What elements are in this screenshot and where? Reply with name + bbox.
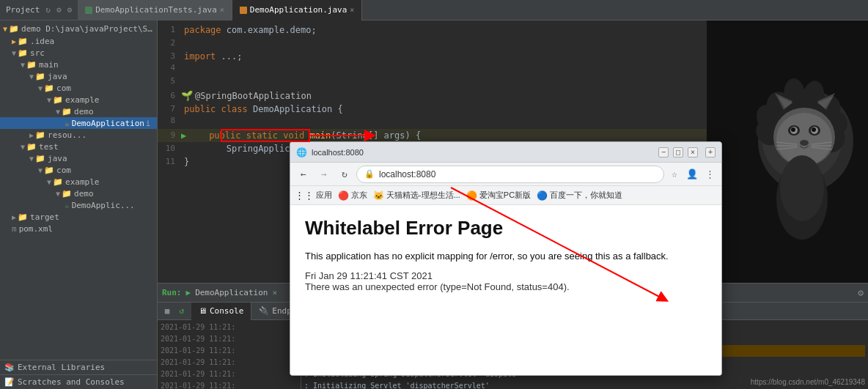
browser-bookmarks-bar: ⋮⋮ 应用 🔴 京东 🐱 天猫精选-理想生活... 🟠 爱淘宝PC新版 — [290, 186, 721, 205]
tree-item-demo-root[interactable]: ▼ 📁 demo D:\java\javaProject\SpringBoot\… — [0, 22, 157, 35]
tree-item-test-example[interactable]: ▼ 📁 example — [0, 176, 157, 188]
tab-demo-application[interactable]: DemoApplication.java × — [232, 0, 362, 21]
tree-item-src[interactable]: ▼ 📁 src — [0, 47, 157, 59]
browser-window: 🌐 localhost:8080 − □ × + ← → ↻ 🔒 localho… — [290, 141, 722, 376]
browser-titlebar: 🌐 localhost:8080 − □ × + — [290, 142, 721, 163]
sidebar-external-libraries[interactable]: 📚 External Libraries — [0, 360, 157, 374]
tree-item-pom[interactable]: m pom.xml — [0, 223, 157, 234]
tree-label-java: java — [48, 72, 67, 81]
console-controls: ■ ↺ — [158, 305, 191, 318]
error-page-msg: There was an unexpected error (type=Not … — [305, 281, 707, 292]
line-7: public class DemoApplication { — [181, 103, 343, 116]
line-11: } — [181, 155, 189, 168]
tree-item-test-java[interactable]: ▼ 📁 java — [0, 152, 157, 164]
browser-account-icon[interactable]: 👤 — [685, 167, 699, 182]
browser-back-button[interactable]: ← — [295, 166, 312, 183]
tree-item-example[interactable]: ▼ 📁 example — [0, 94, 157, 105]
tree-item-demo-application[interactable]: ☕ DemoApplication i — [0, 117, 157, 129]
run-app-name: DemoApplication — [195, 288, 268, 297]
project-label[interactable]: Project — [6, 5, 40, 15]
console-tab-console[interactable]: 🖥 Console — [191, 303, 251, 320]
browser-toolbar: ← → ↻ 🔒 localhost:8080 ☆ 👤 ⋮ — [290, 163, 721, 186]
tree-item-com[interactable]: ▼ 📁 com — [0, 82, 157, 94]
run-icon-play[interactable]: ▶ — [186, 288, 191, 297]
toolbar-icon-settings[interactable]: ⚙ — [56, 5, 62, 15]
line-num-10: 10 — [158, 142, 181, 155]
tree-label-test-demo: demo — [74, 189, 94, 199]
line-num-7: 7 — [158, 103, 181, 116]
line-1: package com.example.demo; — [181, 23, 317, 37]
tree-label-demo-folder: demo — [74, 107, 94, 116]
tab-close-main[interactable]: × — [350, 6, 354, 14]
sidebar-scratches-consoles[interactable]: 📝 Scratches and Consoles — [0, 374, 157, 389]
tree-label-main: main — [39, 60, 59, 70]
run-close[interactable]: × — [272, 288, 277, 297]
tree-item-main[interactable]: ▼ 📁 main — [0, 59, 157, 70]
tab-demo-application-tests[interactable]: DemoApplicationTests.java × — [78, 0, 232, 21]
tree-item-demo-applic[interactable]: ☕ DemoApplic... — [0, 199, 157, 211]
browser-reload-button[interactable]: ↻ — [336, 166, 353, 183]
tree-label-demo-application: DemoApplication — [72, 119, 144, 128]
tree-item-demo-folder[interactable]: ▼ 📁 demo — [0, 105, 157, 117]
line-num-6: 6 — [158, 89, 181, 103]
tab-icon-tests — [85, 7, 92, 14]
browser-forward-button[interactable]: → — [315, 166, 333, 183]
svg-point-19 — [800, 140, 809, 146]
browser-url: localhost:8080 — [379, 169, 435, 179]
line-num-1: 1 — [158, 23, 181, 37]
toolbar-icon-sync[interactable]: ↻ — [45, 5, 51, 15]
tree-label-resou: resou... — [48, 130, 87, 140]
tree-item-test-demo[interactable]: ▼ 📁 demo — [0, 188, 157, 199]
tree-label-demo-root: demo D:\java\javaProject\SpringBoot\... — [21, 24, 154, 34]
console-stop-button[interactable]: ■ — [161, 305, 174, 318]
console-line-2: 2021-01-29 11:21: — [161, 333, 298, 345]
tree-label-src: src — [30, 48, 45, 58]
browser-new-tab-button[interactable]: + — [705, 147, 716, 158]
tree-item-resou[interactable]: ▶ 📁 resou... — [0, 129, 157, 141]
tab-label-main: DemoApplication.java — [250, 5, 347, 15]
browser-minimize-button[interactable]: − — [658, 147, 669, 158]
browser-menu-icon[interactable]: ⋮ — [702, 167, 717, 182]
lion-image — [707, 21, 868, 283]
run-icon-9[interactable]: ▶ — [181, 129, 186, 142]
lion-svg — [710, 45, 864, 258]
tree-label-test: test — [39, 142, 59, 152]
tree-label-test-example: example — [65, 177, 99, 187]
console-rerun-button[interactable]: ↺ — [175, 305, 188, 318]
bookmark-tianmao[interactable]: 🐱 天猫精选-理想生活... — [373, 190, 460, 201]
bookmark-jd[interactable]: 🔴 京东 — [338, 190, 367, 201]
console-line-3: 2021-01-29 11:21: — [161, 345, 298, 357]
svg-point-17 — [791, 127, 795, 132]
tree-item-target[interactable]: ▶ 📁 target — [0, 211, 157, 223]
tree-item-idea[interactable]: ▶ 📁 .idea — [0, 35, 157, 47]
browser-star-icon[interactable]: ☆ — [667, 167, 682, 182]
settings-icon[interactable]: ⚙ — [858, 287, 864, 298]
external-libraries-label: External Libraries — [18, 363, 105, 372]
toolbar-icon-gear[interactable]: ⚙ — [67, 5, 73, 15]
tree-label-example: example — [65, 95, 99, 105]
tab-label-tests: DemoApplicationTests.java — [95, 5, 217, 15]
line-9: public static void main(String[] args) { — [188, 129, 421, 142]
apps-icon[interactable]: ⋮⋮ 应用 — [295, 190, 332, 201]
bookmark-taobao[interactable]: 🟠 爱淘宝PC新版 — [466, 190, 531, 201]
tree-label-com: com — [56, 84, 71, 93]
error-page-title: Whitelabel Error Page — [305, 217, 707, 240]
browser-close-button[interactable]: × — [688, 147, 698, 158]
sidebar: ▼ 📁 demo D:\java\javaProject\SpringBoot\… — [0, 21, 158, 389]
watermark: https://blog.csdn.net/m0_46219348 — [751, 378, 865, 386]
browser-lock-icon: 🔒 — [364, 169, 375, 179]
tree-label-test-com: com — [56, 166, 71, 175]
tree-label-idea: .idea — [30, 37, 54, 46]
tree-item-test[interactable]: ▼ 📁 test — [0, 141, 157, 152]
browser-secure-icon: 🌐 — [296, 147, 307, 158]
tab-close-tests[interactable]: × — [220, 6, 224, 14]
scratches-consoles-label: Scratches and Consoles — [18, 377, 125, 387]
console-line-1: 2021-01-29 11:21: — [161, 322, 298, 333]
bookmark-baidu[interactable]: 🔵 百度一下，你就知道 — [537, 190, 622, 201]
browser-restore-button[interactable]: □ — [673, 147, 683, 158]
tree-item-java[interactable]: ▼ 📁 java — [0, 70, 157, 82]
line-num-9: 9 — [158, 129, 181, 142]
tree-item-test-com[interactable]: ▼ 📁 com — [0, 164, 157, 176]
annotation-icon: 🌱 — [181, 89, 193, 103]
browser-address-bar[interactable]: 🔒 localhost:8080 — [356, 166, 664, 183]
